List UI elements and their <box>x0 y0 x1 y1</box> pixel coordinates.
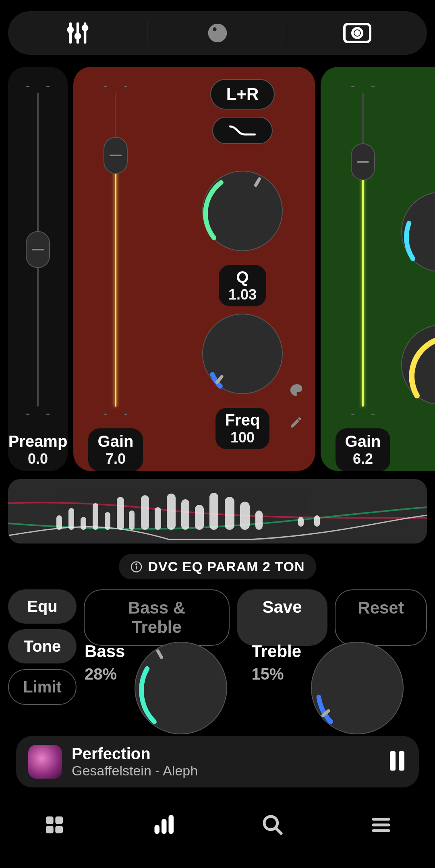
album-art <box>28 745 62 779</box>
bass-knob[interactable] <box>135 642 227 734</box>
track-info: Perfection Gesaffelstein - Aleph <box>72 745 378 779</box>
channel-toggle[interactable]: L+R <box>210 79 275 110</box>
gain-value-1: 7.0 <box>98 451 134 467</box>
menu-icon <box>370 814 392 836</box>
track-title: Perfection <box>72 745 378 763</box>
svg-point-3 <box>76 34 80 38</box>
preamp-slider[interactable] <box>37 93 39 407</box>
svg-point-5 <box>83 26 87 30</box>
svg-rect-17 <box>129 510 135 530</box>
limit-button[interactable]: Limit <box>8 669 77 705</box>
channel-label: L+R <box>226 85 259 104</box>
freq-value: 100 <box>225 429 260 446</box>
svg-point-31 <box>136 564 137 565</box>
svg-rect-16 <box>117 497 124 530</box>
bass-treble-button[interactable]: Bass & Treble <box>84 589 230 646</box>
spectrum-analyzer[interactable] <box>8 479 427 544</box>
gain-label: Gain <box>98 432 134 451</box>
gain-slider-1[interactable] <box>115 93 116 407</box>
preamp-card: -- -- Preamp 0.0 <box>8 67 68 471</box>
grid-icon <box>43 814 66 836</box>
save-button[interactable]: Save <box>237 589 327 646</box>
svg-rect-21 <box>181 499 189 530</box>
q-knob-2[interactable] <box>401 192 435 272</box>
treble-value: 15% <box>251 665 301 683</box>
svg-rect-11 <box>56 515 62 530</box>
q-label: Q <box>228 268 257 286</box>
q-knob-wrap: Q 1.03 <box>202 171 283 306</box>
svg-rect-39 <box>162 819 167 834</box>
svg-rect-25 <box>240 502 250 530</box>
preamp-value: 0.0 <box>8 451 68 467</box>
gain-label: Gain <box>345 432 381 451</box>
svg-rect-38 <box>154 825 160 834</box>
lowshelf-icon <box>228 124 257 137</box>
slider-top-ticks: -- <box>351 79 375 93</box>
eq-band-2: -- -- Gain 6.2 <box>321 67 435 471</box>
info-icon <box>130 561 143 573</box>
top-tab-bar <box>8 11 427 55</box>
pause-button[interactable] <box>387 750 407 774</box>
freq-knob-ring-2 <box>397 320 435 409</box>
freq-knob-ring <box>198 310 287 398</box>
bass-knob-ring <box>130 638 231 738</box>
bars-icon <box>151 813 176 837</box>
preset-chip[interactable]: DVC EQ PARAM 2 TON <box>119 554 316 579</box>
tab-eq-sliders[interactable] <box>8 11 147 55</box>
preset-name: DVC EQ PARAM 2 TON <box>148 559 305 575</box>
svg-rect-12 <box>68 508 74 530</box>
treble-knob[interactable] <box>311 642 404 734</box>
filter-shape-toggle[interactable] <box>212 117 273 144</box>
edit-icon[interactable] <box>289 415 303 431</box>
svg-rect-32 <box>390 751 396 771</box>
nav-library[interactable] <box>43 814 66 838</box>
bass-value: 28% <box>85 665 125 683</box>
treble-knob-ring <box>307 638 408 738</box>
svg-rect-22 <box>195 505 204 530</box>
svg-rect-13 <box>81 517 86 530</box>
palette-icon[interactable] <box>289 383 303 399</box>
svg-point-6 <box>208 24 227 43</box>
nav-equalizer[interactable] <box>151 813 176 839</box>
freq-knob-2[interactable] <box>401 324 435 405</box>
svg-rect-23 <box>209 493 218 530</box>
svg-rect-20 <box>167 494 176 530</box>
nav-menu[interactable] <box>370 814 392 838</box>
bass-treble-section: Bass 28% Treble 15% <box>85 642 427 734</box>
equ-button[interactable]: Equ <box>8 589 77 624</box>
svg-rect-19 <box>155 507 161 530</box>
tab-level-dial[interactable] <box>148 11 287 55</box>
preamp-label: Preamp <box>8 432 68 451</box>
nav-search[interactable] <box>261 814 284 838</box>
svg-rect-36 <box>46 826 54 833</box>
sliders-icon <box>65 21 90 45</box>
gain-slider-2[interactable] <box>362 93 364 407</box>
freq-knob[interactable] <box>202 314 283 394</box>
gain-label-box-1: Gain 7.0 <box>88 428 143 471</box>
q-knob-ring-2 <box>397 188 435 276</box>
q-label-box: Q 1.03 <box>219 265 266 306</box>
reset-button[interactable]: Reset <box>335 589 427 646</box>
q-knob[interactable] <box>202 171 283 251</box>
svg-rect-14 <box>93 503 98 530</box>
eq-bands-row[interactable]: -- -- Preamp 0.0 -- -- Gain 7.0 <box>8 67 435 471</box>
tone-button[interactable]: Tone <box>8 629 77 663</box>
now-playing-bar[interactable]: Perfection Gesaffelstein - Aleph <box>16 736 419 787</box>
gain-label-box-2: Gain 6.2 <box>336 428 391 471</box>
svg-rect-28 <box>314 515 320 527</box>
gain-value-2: 6.2 <box>345 451 381 467</box>
tab-spatial[interactable] <box>287 11 427 55</box>
svg-rect-33 <box>399 751 404 771</box>
treble-label: Treble <box>251 642 301 661</box>
slider-bottom-ticks: -- <box>351 407 375 420</box>
svg-rect-18 <box>141 495 149 530</box>
q-knob-ring <box>198 167 287 255</box>
slider-top-ticks: -- <box>104 79 128 93</box>
svg-line-42 <box>276 828 281 833</box>
freq-label-box: Freq 100 <box>215 408 270 449</box>
slider-top-ticks: -- <box>26 79 50 93</box>
slider-bottom-ticks: -- <box>26 407 50 420</box>
surround-icon <box>343 23 372 43</box>
eq-band-1: -- -- Gain 7.0 L+R <box>73 67 315 471</box>
svg-rect-35 <box>55 816 63 824</box>
